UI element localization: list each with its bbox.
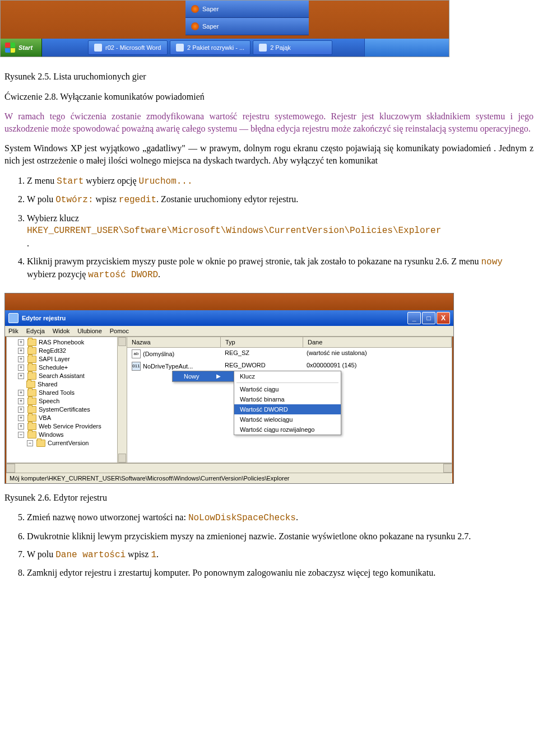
folder-icon	[26, 381, 35, 388]
screenshot-taskbar: Saper Saper Start r02 - Microsoft Word 2…	[0, 0, 449, 57]
registry-tree[interactable]: +RAS Phonebook +RegEdt32 +SAPI Layer +Sc…	[7, 337, 127, 463]
group-icon	[176, 44, 184, 52]
menu-edycja[interactable]: Edycja	[26, 328, 45, 334]
ctx-string[interactable]: Wartość ciągu	[234, 384, 341, 394]
steps-list-1: Z menu Start wybierz opcję Uruchom... W …	[27, 175, 534, 282]
mine-icon	[191, 5, 199, 13]
taskbar-item-word[interactable]: r02 - Microsoft Word	[88, 40, 168, 55]
figure-caption-2-5: Rysunek 2.5. Lista uruchomionych gier	[4, 71, 534, 83]
folder-icon	[36, 440, 45, 447]
menu-item-saper-1[interactable]: Saper	[185, 1, 309, 18]
figure-caption-2-6: Rysunek 2.6. Edytor rejestru	[4, 492, 534, 504]
regedit-window: Edytor rejestru _ □ X Plik Edycja Widok …	[4, 293, 454, 484]
warning-paragraph: W ramach tego ćwiczenia zostanie zmodyfi…	[4, 110, 534, 134]
menu-item-saper-2[interactable]: Saper	[185, 18, 309, 35]
maximize-button[interactable]: □	[422, 312, 435, 324]
minimize-button[interactable]: _	[407, 312, 421, 324]
value-list[interactable]: Nazwa Typ Dane ab(Domyślna) REG_SZ (wart…	[127, 337, 452, 463]
ctx-binary[interactable]: Wartość binarna	[234, 394, 341, 404]
folder-icon	[27, 423, 36, 430]
step-1: Z menu Start wybierz opcję Uruchom...	[27, 175, 534, 188]
col-type[interactable]: Typ	[221, 337, 303, 347]
ctx-new[interactable]: Nowy▶	[173, 371, 234, 381]
col-name[interactable]: Nazwa	[127, 337, 221, 347]
value-row[interactable]: ab(Domyślna) REG_SZ (wartość nie ustalon…	[127, 348, 452, 360]
ctx-key[interactable]: Klucz	[234, 371, 341, 381]
window-title: Edytor rejestru	[22, 315, 66, 321]
folder-icon	[27, 406, 36, 413]
taskbar-item-group[interactable]: 2 Pakiet rozrywki - ...	[170, 40, 251, 55]
menu-pomoc[interactable]: Pomoc	[110, 328, 129, 334]
folder-icon	[27, 347, 36, 354]
folder-icon	[27, 398, 36, 405]
ctx-multistring[interactable]: Wartość wielociągu	[234, 414, 341, 424]
col-data[interactable]: Dane	[303, 337, 452, 347]
step-4: Kliknij prawym przyciskiem myszy puste p…	[27, 255, 534, 282]
menubar: Plik Edycja Widok Ulubione Pomoc	[5, 326, 453, 337]
ctx-dword[interactable]: Wartość DWORD	[234, 404, 341, 414]
step-3: Wybierz kluczHKEY_CURRENT_USER\Software\…	[27, 212, 534, 250]
folder-icon	[27, 364, 36, 371]
dword-value-icon: 011	[132, 362, 141, 371]
windows-logo-icon	[5, 43, 15, 53]
step-8: Zamknij edytor rejestru i zrestartuj kom…	[27, 567, 534, 579]
step-5: Zmień nazwę nowo utworzonej wartości na:…	[27, 511, 534, 525]
steps-list-2: Zmień nazwę nowo utworzonej wartości na:…	[27, 511, 534, 578]
step-6: Dwukrotnie kliknij lewym przyciskiem mys…	[27, 530, 534, 543]
close-button[interactable]: X	[437, 312, 450, 324]
chevron-right-icon: ▶	[216, 373, 221, 379]
folder-icon	[27, 414, 36, 422]
word-icon	[94, 44, 102, 52]
spider-icon	[259, 44, 267, 52]
context-submenu: Klucz Wartość ciągu Wartość binarna Wart…	[234, 371, 341, 435]
tree-scrollbar[interactable]	[117, 337, 127, 463]
string-value-icon: ab	[132, 349, 141, 358]
taskbar-item-pajak[interactable]: 2 Pająk	[253, 40, 332, 55]
folder-icon	[27, 372, 36, 380]
regedit-icon	[8, 313, 18, 323]
context-menu: Nowy▶	[172, 371, 235, 382]
folder-icon	[27, 356, 36, 363]
exercise-heading: Ćwiczenie 2.8. Wyłączanie komunikatów po…	[4, 91, 534, 103]
ctx-expandstring[interactable]: Wartość ciągu rozwijalnego	[234, 424, 341, 435]
menu-ulubione[interactable]: Ulubione	[77, 328, 101, 334]
folder-icon	[27, 339, 36, 346]
menu-widok[interactable]: Widok	[53, 328, 70, 334]
body-paragraph: System Windows XP jest wyjątkowo „gadatl…	[4, 142, 534, 166]
taskbar-row: Start r02 - Microsoft Word 2 Pakiet rozr…	[1, 39, 449, 57]
system-tray[interactable]	[364, 39, 449, 57]
step-7: W polu Dane wartości wpisz 1.	[27, 548, 534, 562]
statusbar: Mój komputer\HKEY_CURRENT_USER\Software\…	[6, 473, 452, 483]
menu-plik[interactable]: Plik	[8, 328, 18, 334]
start-button[interactable]: Start	[1, 39, 42, 57]
window-titlebar[interactable]: Edytor rejestru _ □ X	[5, 310, 453, 326]
folder-icon	[27, 389, 36, 396]
horizontal-scrollbar[interactable]	[6, 463, 452, 473]
folder-icon	[27, 431, 36, 438]
step-2: W polu Otwórz: wpisz regedit. Zostanie u…	[27, 193, 534, 207]
start-menu-popup: Saper Saper	[185, 1, 309, 35]
mine-icon	[191, 22, 199, 30]
